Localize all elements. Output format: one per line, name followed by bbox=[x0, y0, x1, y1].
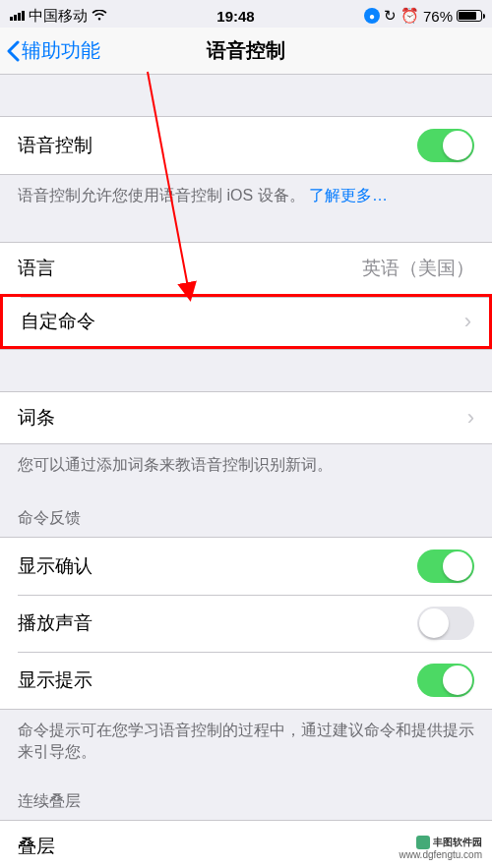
show-hints-label: 显示提示 bbox=[18, 667, 92, 693]
lock-icon: ↻ bbox=[384, 7, 397, 25]
group-cmd-feedback: 显示确认 播放声音 显示提示 bbox=[0, 537, 492, 710]
play-sound-switch[interactable] bbox=[417, 607, 474, 640]
show-confirm-label: 显示确认 bbox=[18, 553, 92, 579]
wifi-icon bbox=[92, 10, 107, 22]
overlay-label: 叠层 bbox=[18, 834, 55, 859]
cmd-feedback-header: 命令反馈 bbox=[0, 487, 492, 537]
status-time: 19:48 bbox=[216, 8, 254, 25]
carrier-label: 中国移动 bbox=[29, 7, 88, 26]
chevron-right-icon: › bbox=[467, 407, 474, 429]
cell-show-hints[interactable]: 显示提示 bbox=[0, 652, 492, 709]
cell-vocab[interactable]: 词条 › bbox=[0, 392, 492, 443]
chevron-left-icon bbox=[6, 40, 20, 62]
back-button[interactable]: 辅助功能 bbox=[0, 37, 100, 64]
status-left: 中国移动 bbox=[10, 7, 107, 26]
alarm-icon: ⏰ bbox=[400, 7, 419, 25]
language-value: 英语（美国） bbox=[362, 256, 474, 281]
cell-play-sound[interactable]: 播放声音 bbox=[0, 595, 492, 652]
status-bar: 中国移动 19:48 ● ↻ ⏰ 76% bbox=[0, 0, 492, 28]
vocab-label: 词条 bbox=[18, 405, 55, 431]
custom-commands-label: 自定命令 bbox=[21, 309, 95, 334]
cell-show-confirm[interactable]: 显示确认 bbox=[0, 538, 492, 595]
cell-custom-commands[interactable]: 自定命令 › bbox=[0, 294, 492, 349]
voice-control-label: 语音控制 bbox=[18, 133, 92, 158]
vocab-footer: 您可以通过添加词条来教语音控制识别新词。 bbox=[0, 444, 492, 486]
language-label: 语言 bbox=[18, 256, 55, 281]
signal-icon bbox=[10, 11, 25, 21]
voice-control-footer: 语音控制允许您使用语音控制 iOS 设备。 了解更多… bbox=[0, 175, 492, 216]
overlay-header: 连续叠层 bbox=[0, 774, 492, 820]
watermark-logo-icon bbox=[416, 836, 430, 849]
cell-language[interactable]: 语言 英语（美国） bbox=[0, 243, 492, 294]
group-language: 语言 英语（美国） 自定命令 › bbox=[0, 242, 492, 350]
page-title: 语音控制 bbox=[207, 37, 285, 64]
play-sound-label: 播放声音 bbox=[18, 610, 92, 636]
mic-icon: ● bbox=[364, 8, 380, 24]
battery-pct: 76% bbox=[423, 8, 453, 25]
cmd-feedback-footer: 命令提示可在您学习语音控制的过程中，通过建议命令和提供提示来引导您。 bbox=[0, 710, 492, 774]
voice-control-switch[interactable] bbox=[417, 129, 474, 162]
status-right: ● ↻ ⏰ 76% bbox=[364, 7, 482, 25]
back-label: 辅助功能 bbox=[22, 37, 100, 64]
show-confirm-switch[interactable] bbox=[417, 550, 474, 583]
nav-bar: 辅助功能 语音控制 bbox=[0, 28, 492, 75]
group-voice-control: 语音控制 bbox=[0, 116, 492, 175]
battery-icon bbox=[457, 10, 482, 22]
chevron-right-icon: › bbox=[464, 311, 471, 332]
watermark: 丰图软件园 www.dgfengtu.com bbox=[396, 834, 487, 862]
learn-more-link[interactable]: 了解更多… bbox=[309, 187, 388, 203]
show-hints-switch[interactable] bbox=[417, 664, 474, 697]
group-vocab: 词条 › bbox=[0, 391, 492, 444]
cell-voice-control-toggle[interactable]: 语音控制 bbox=[0, 117, 492, 174]
